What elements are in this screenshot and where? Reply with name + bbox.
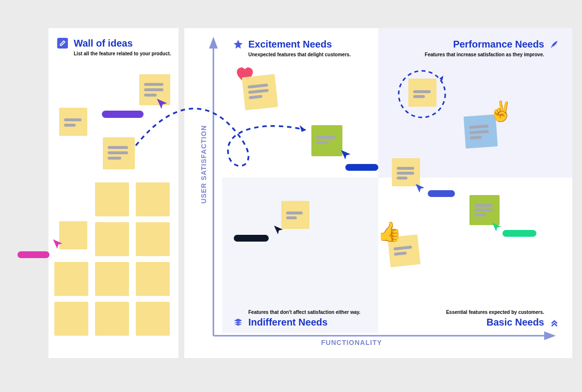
sticky-note[interactable] [136,302,170,336]
sticky-note[interactable] [95,262,129,296]
user-pill [234,235,269,242]
star-icon [233,39,243,49]
sticky-note[interactable] [54,262,88,296]
sticky-note[interactable] [281,201,309,229]
cursor-black [273,224,284,236]
sticky-note[interactable] [95,182,129,216]
rocket-icon [549,39,560,49]
basic-subtitle: Essential features expected by customers… [446,310,544,315]
cursor-green [491,221,502,233]
chevrons-up-icon [549,317,560,328]
sticky-note[interactable] [408,79,436,107]
thumbs-up-emoji: 👍 [377,220,402,243]
indifferent-title: Indifferent Needs [248,317,360,328]
performance-subtitle: Features that increase satisfaction as t… [425,52,544,57]
kano-board: Wall of ideas List all the feature relat… [0,0,582,392]
basic-title: Basic Needs [446,317,544,328]
user-pill [17,251,49,258]
user-pill [502,230,536,237]
cursor-blue [340,148,352,161]
sticky-note[interactable] [95,302,129,336]
excitement-title: Excitement Needs [248,39,351,50]
excitement-subtitle: Unexpected features that delight custome… [248,52,351,57]
cursor-magenta [51,238,64,250]
sticky-note[interactable] [136,182,170,216]
sticky-note[interactable] [311,125,342,156]
y-axis-label: USER SATISFACTION [200,125,208,203]
sticky-note[interactable] [95,222,129,256]
performance-title: Performance Needs [425,39,544,50]
sticky-note[interactable] [136,222,170,256]
edit-square-icon [57,38,68,49]
cursor-purple [155,97,169,111]
sticky-note[interactable] [54,302,88,336]
victory-hand-emoji: ✌️ [489,100,513,123]
kano-quadrant-panel[interactable]: FUNCTIONALITY USER SATISFACTION Exciteme… [184,28,572,358]
x-axis-label: FUNCTIONALITY [321,339,382,346]
wall-of-ideas-panel[interactable]: Wall of ideas List all the feature relat… [48,28,178,358]
wall-subtitle: List all the feature related to your pro… [74,51,171,56]
sticky-note[interactable] [103,137,135,169]
cursor-midblue [414,182,426,194]
user-pill [428,190,455,197]
sticky-note[interactable] [242,74,278,111]
wall-title: Wall of ideas [74,38,171,49]
sticky-note[interactable] [59,108,87,136]
indifferent-subtitle: Features that don't affect satisfaction … [248,310,360,315]
user-pill [345,164,378,171]
sticky-note[interactable] [136,262,170,296]
user-pill [102,111,144,118]
layers-icon [233,317,243,328]
sticky-note[interactable] [469,195,500,225]
